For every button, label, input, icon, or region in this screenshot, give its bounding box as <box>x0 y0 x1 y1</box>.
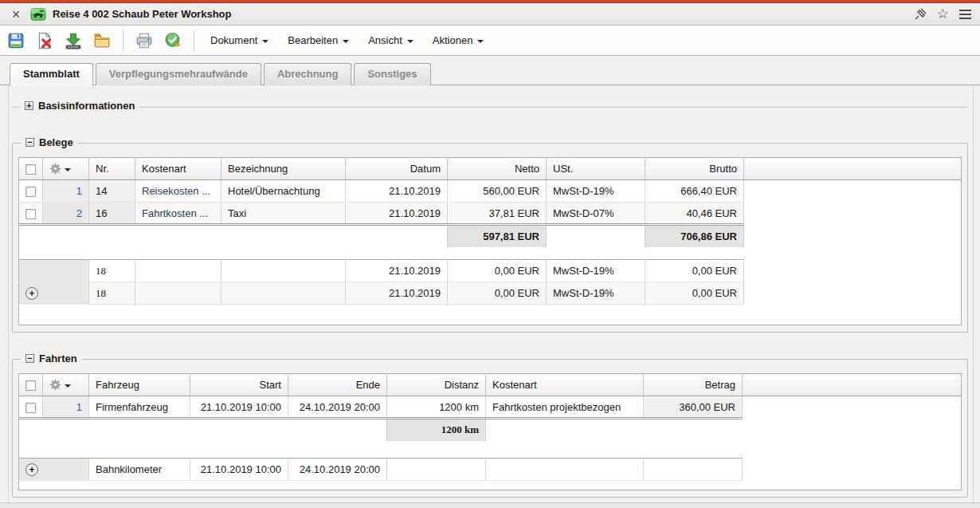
cell-kostenart[interactable] <box>486 459 644 481</box>
row-number[interactable]: 1 <box>43 396 89 419</box>
save-icon[interactable] <box>5 30 27 52</box>
cell-brutto[interactable]: 0,00 EUR <box>645 282 744 305</box>
content-area: + Basisinformationen − Belege <box>0 85 980 508</box>
col-header-distanz[interactable]: Distanz <box>387 374 486 396</box>
cell-netto[interactable]: 0,00 EUR <box>448 260 547 282</box>
menu-icon[interactable] <box>958 7 972 22</box>
cell-ust[interactable]: MwSt-D-19% <box>547 282 645 305</box>
row-checkbox[interactable] <box>25 403 36 413</box>
cell-kostenart[interactable]: Fahrtkosten projektbezogen <box>486 396 644 419</box>
cell-nr[interactable]: 18 <box>89 260 135 282</box>
table-row: 1 Firmenfahrzeug 21.10.2019 10:00 24.10.… <box>19 396 962 419</box>
collapse-icon[interactable]: − <box>25 138 34 147</box>
cell-bezeichnung[interactable] <box>221 260 346 282</box>
spacer-row <box>19 247 962 260</box>
gear-icon[interactable] <box>49 163 82 175</box>
print-icon[interactable] <box>133 30 155 52</box>
col-header-kostenart[interactable]: Kostenart <box>135 158 221 180</box>
add-row-icon[interactable]: + <box>25 463 38 476</box>
cell-brutto[interactable]: 666,40 EUR <box>645 180 744 203</box>
col-header-datum[interactable]: Datum <box>346 158 448 180</box>
gear-icon[interactable] <box>49 379 82 391</box>
toolbar-separator <box>194 30 194 51</box>
panel-edge <box>8 85 9 502</box>
cell-bezeichnung[interactable]: Hotel/Übernachtung <box>221 180 346 203</box>
col-header-ende[interactable]: Ende <box>288 374 387 396</box>
cell-fahrzeug[interactable]: Bahnkilometer <box>89 459 190 481</box>
expand-icon[interactable]: + <box>25 101 33 110</box>
new-entry-row: + 18 21.10.2019 0,00 EUR MwSt-D-19% 0,00… <box>19 282 962 305</box>
section-belege: − Belege <box>12 143 968 333</box>
close-icon[interactable]: × <box>8 6 24 22</box>
cell-bezeichnung[interactable] <box>221 282 346 305</box>
cell-kostenart[interactable] <box>135 260 221 282</box>
chevron-down-icon <box>262 40 269 43</box>
col-header-nr[interactable]: Nr. <box>89 158 135 180</box>
page-title: Reise 4 002 Schaub Peter Workshop <box>53 8 231 20</box>
cell-start[interactable]: 21.10.2019 10:00 <box>190 459 288 481</box>
cell-datum[interactable]: 21.10.2019 <box>346 260 448 282</box>
cell-kostenart[interactable]: Reisekosten ... <box>135 180 221 203</box>
col-header-ust[interactable]: USt. <box>547 158 645 180</box>
col-header-betrag[interactable]: Betrag <box>644 374 743 396</box>
cell-ende[interactable]: 24.10.2019 20:00 <box>288 459 387 481</box>
belege-table: Nr. Kostenart Bezeichnung Datum Netto US… <box>18 157 962 325</box>
cell-netto[interactable]: 0,00 EUR <box>448 282 547 305</box>
cell-datum[interactable]: 21.10.2019 <box>346 203 448 225</box>
row-checkbox[interactable] <box>25 209 36 219</box>
col-header-filler <box>744 158 962 180</box>
import-icon[interactable] <box>62 30 84 52</box>
col-header-filler <box>743 374 962 396</box>
new-entry-row: 18 21.10.2019 0,00 EUR MwSt-D-19% 0,00 E… <box>19 260 962 282</box>
cell-kostenart[interactable]: Fahrtkosten ... <box>135 203 221 225</box>
menu-dokument[interactable]: Dokument <box>204 31 275 49</box>
cell-distanz[interactable] <box>387 459 486 481</box>
delete-document-icon[interactable] <box>33 30 56 52</box>
row-checkbox[interactable] <box>25 187 36 197</box>
menu-aktionen[interactable]: Aktionen <box>426 31 491 49</box>
col-header-brutto[interactable]: Brutto <box>645 158 744 180</box>
cell-ust[interactable]: MwSt-D-19% <box>547 260 645 282</box>
cell-brutto[interactable]: 0,00 EUR <box>645 260 744 282</box>
spacer-row <box>19 305 962 325</box>
cell-fahrzeug[interactable]: Firmenfahrzeug <box>89 396 190 419</box>
star-icon[interactable]: ☆ <box>935 7 950 22</box>
chevron-down-icon <box>343 40 349 43</box>
menu-bearbeiten[interactable]: Bearbeiten <box>281 31 355 49</box>
row-number[interactable]: 1 <box>43 180 89 203</box>
tab-stammblatt[interactable]: Stammblatt <box>10 63 93 85</box>
cell-bezeichnung[interactable]: Taxi <box>221 203 346 225</box>
col-header-netto[interactable]: Netto <box>448 158 547 180</box>
cell-ust[interactable]: MwSt-D-19% <box>547 180 645 203</box>
cell-ende[interactable]: 24.10.2019 20:00 <box>288 396 387 419</box>
tab-abrechnung[interactable]: Abrechnung <box>264 63 352 85</box>
col-header-start[interactable]: Start <box>190 374 288 396</box>
select-all-checkbox[interactable] <box>25 380 36 391</box>
col-header-kostenart[interactable]: Kostenart <box>486 374 644 396</box>
cell-distanz[interactable]: 1200 km <box>387 396 486 419</box>
pin-icon[interactable] <box>913 7 927 22</box>
cell-netto[interactable]: 560,00 EUR <box>448 180 547 203</box>
cell-netto[interactable]: 37,81 EUR <box>448 203 547 225</box>
section-title: Belege <box>39 136 73 148</box>
cell-datum[interactable]: 21.10.2019 <box>346 282 448 305</box>
cell-brutto[interactable]: 40,46 EUR <box>645 203 744 225</box>
folder-icon[interactable] <box>91 30 113 52</box>
col-header-fahrzeug[interactable]: Fahrzeug <box>89 374 190 396</box>
cell-kostenart[interactable] <box>135 282 221 305</box>
chevron-down-icon <box>407 40 414 43</box>
cell-nr[interactable]: 18 <box>89 282 135 305</box>
collapse-icon[interactable]: − <box>25 354 34 363</box>
add-row-icon[interactable]: + <box>25 287 38 300</box>
tab-sonstiges[interactable]: Sonstiges <box>354 63 430 85</box>
cell-start[interactable]: 21.10.2019 10:00 <box>190 396 288 419</box>
row-number[interactable]: 2 <box>43 203 89 225</box>
section-fahrten: − Fahrten <box>12 359 968 498</box>
select-all-checkbox[interactable] <box>25 164 36 175</box>
cell-ust[interactable]: MwSt-D-07% <box>547 203 645 225</box>
cell-datum[interactable]: 21.10.2019 <box>346 180 448 203</box>
menu-ansicht[interactable]: Ansicht <box>362 31 420 49</box>
validate-icon[interactable] <box>162 30 184 52</box>
col-header-bezeichnung[interactable]: Bezeichnung <box>221 158 346 180</box>
tab-verpflegungsmehraufwaende[interactable]: Verpflegungsmehraufwände <box>96 63 261 85</box>
